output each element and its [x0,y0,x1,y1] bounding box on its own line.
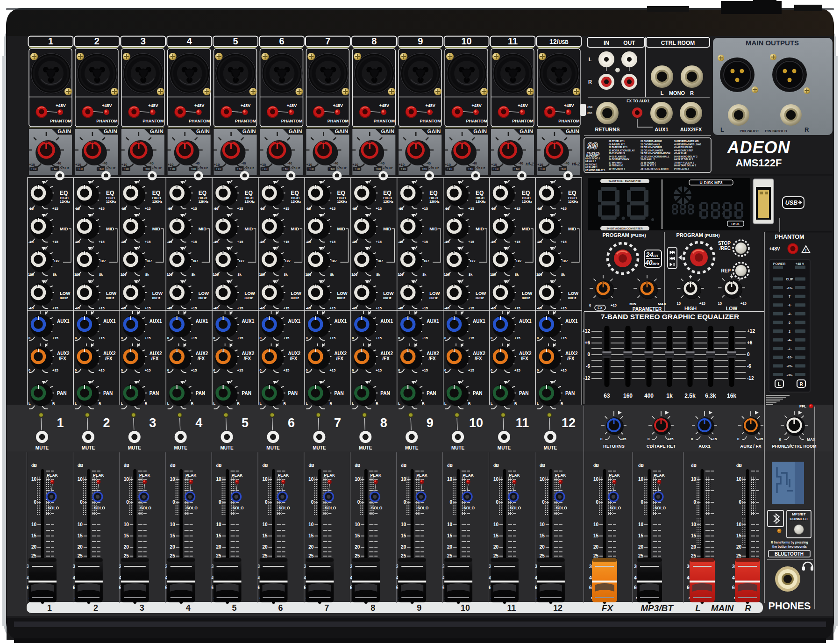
svg-text:4: 4 [187,36,192,46]
svg-text:08 ST DELAY 1: 08 ST DELAY 1 [609,140,625,143]
svg-text:75 Hz: 75 Hz [199,166,208,170]
svg-text:09 P-P DELAY 1: 09 P-P DELAY 1 [609,143,626,146]
svg-text:2: 2 [103,416,110,430]
svg-text:6: 6 [288,416,295,430]
svg-text:+12: +12 [582,329,590,334]
svg-text:18 TREMOLO: 18 TREMOLO [609,164,623,167]
svg-text:PARAMETER: PARAMETER [633,307,662,312]
svg-text:9: 9 [417,603,421,613]
svg-text:75 Hz: 75 Hz [384,166,393,170]
svg-text:9: 9 [418,36,423,46]
svg-text:0: 0 [779,437,782,442]
svg-text:PFL: PFL [799,404,806,408]
svg-text:L: L [589,57,592,62]
svg-text:75 Hz: 75 Hz [246,166,255,170]
svg-text:11: 11 [516,416,529,430]
svg-text:3: 3 [141,36,146,46]
svg-text:-12: -12 [584,376,591,381]
svg-text:-7-: -7- [788,347,792,350]
svg-text:0: 0 [747,352,750,357]
svg-text:38 REVERB+GATE SHORT: 38 REVERB+GATE SHORT [641,168,669,170]
svg-text:RETURNS: RETURNS [603,443,625,449]
svg-text:0: 0 [600,437,603,441]
svg-text:41-43 DOUBLING: 41-43 DOUBLING [674,146,692,149]
svg-text:8: 8 [370,603,375,613]
svg-text:MIN: MIN [629,302,636,306]
svg-text:1: 1 [47,603,52,613]
svg-text:PIN 2=HOT: PIN 2=HOT [740,129,759,133]
svg-text:24 DELAY+CHORUS+ROOM: 24 DELAY+CHORUS+ROOM [641,152,670,155]
svg-text:16 DISTORTION-FX: 16 DISTORTION-FX [609,158,630,161]
svg-text:+15: +15 [740,301,747,306]
svg-text:9: 9 [427,416,434,430]
svg-text:3: 3 [149,416,156,430]
svg-text:5: 5 [233,36,238,46]
svg-text:2: 2 [94,36,100,46]
svg-text:47-49 SLAP: 47-49 SLAP [674,152,687,155]
svg-text:POWER: POWER [773,262,785,265]
svg-text:+15: +15 [699,301,705,306]
svg-text:44-46 EARLY REF: 44-46 EARLY REF [674,150,693,152]
svg-text:USB: USB [785,200,797,206]
svg-text:31-35 ROOM 2: 31-35 ROOM 2 [641,162,656,164]
svg-text:R: R [745,603,751,613]
svg-text:FX TO AUX1: FX TO AUX1 [626,99,650,103]
svg-text:RETURNS: RETURNS [595,127,619,132]
svg-text:5: 5 [232,603,237,613]
svg-text:10: 10 [469,416,483,430]
svg-text:-2-: -2- [788,330,792,333]
svg-text:+6: +6 [585,340,591,345]
svg-text:AUX1: AUX1 [655,127,668,132]
svg-text:-10-: -10- [787,286,793,290]
svg-text:99: 99 [587,141,598,151]
svg-text:CTRL ROOM: CTRL ROOM [661,40,695,46]
svg-text:12: 12 [562,416,576,430]
svg-text:-10-: -10- [787,356,793,359]
svg-text:MAIN OUTPUTS: MAIN OUTPUTS [746,39,799,47]
svg-text:-15: -15 [676,301,681,306]
svg-text:12-13 CHORUS: 12-13 CHORUS [609,152,625,155]
svg-text:R: R [804,126,809,133]
svg-text:R: R [799,382,803,387]
svg-text:AMS122F: AMS122F [735,157,782,169]
svg-text:36-37 PLATE 2: 36-37 PLATE 2 [641,164,656,167]
svg-text:01-03 ECHO 1: 01-03 ECHO 1 [585,157,600,160]
svg-text:6.3k: 6.3k [705,393,716,399]
svg-text:1: 1 [48,36,53,46]
svg-text:L: L [661,90,664,96]
svg-text:CD/TAPE RET: CD/TAPE RET [647,443,676,449]
svg-text:2: 2 [93,603,98,613]
svg-text:75 Hz: 75 Hz [477,166,485,170]
svg-text:16k: 16k [727,393,736,399]
svg-text:the button two seconds: the button two seconds [772,545,807,548]
svg-text:-15: -15 [717,301,722,306]
svg-text:+15: +15 [611,303,617,307]
svg-text:5: 5 [242,416,249,430]
svg-text:75 Hz: 75 Hz [292,166,301,170]
svg-text:2.5k: 2.5k [684,393,696,399]
svg-text:It transforms by pressing: It transforms by pressing [771,541,808,544]
svg-text:MONO: MONO [669,90,685,96]
svg-text:CONNECT: CONNECT [790,517,808,521]
svg-text:AUX1: AUX1 [698,443,711,449]
svg-text:MAX: MAX [807,437,815,442]
svg-text:REP: REP [721,268,731,273]
svg-text:8: 8 [380,416,387,430]
svg-text:MAIN: MAIN [711,603,734,613]
svg-text:R: R [588,79,592,85]
svg-text:BLUETOOTH: BLUETOOTH [775,551,804,557]
svg-text:+48V: +48V [769,246,780,251]
svg-text:94-99 ECHO 2: 94-99 ECHO 2 [674,168,689,170]
svg-text:10 TAPE DELAY 1: 10 TAPE DELAY 1 [609,146,628,149]
svg-text:50-63 MONO DELAY 2: 50-63 MONO DELAY 2 [674,156,698,158]
svg-text:L: L [720,126,724,133]
svg-text:26-30 HALL 2: 26-30 HALL 2 [641,158,655,161]
svg-text:-2-: -2- [788,312,792,315]
svg-text:0: 0 [587,352,590,357]
svg-text:160: 160 [623,393,633,399]
svg-text:7: 7 [334,416,341,430]
svg-text:Hi-Z: Hi-Z [572,162,580,166]
svg-text:+6: +6 [747,340,753,345]
svg-text:4: 4 [195,416,202,430]
svg-text:63: 63 [604,393,610,399]
